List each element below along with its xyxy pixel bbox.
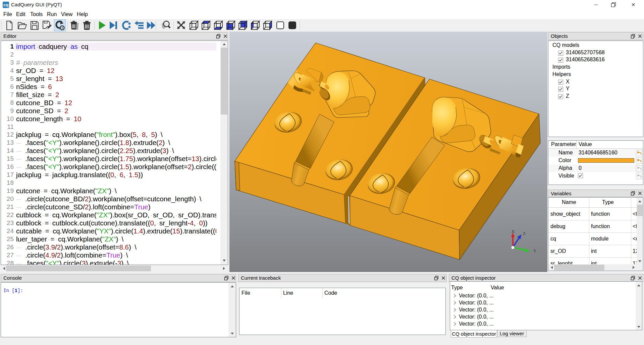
svg-text:X: X bbox=[512, 229, 515, 234]
svg-text:Z: Z bbox=[523, 231, 526, 236]
svg-text:Y: Y bbox=[533, 248, 537, 253]
